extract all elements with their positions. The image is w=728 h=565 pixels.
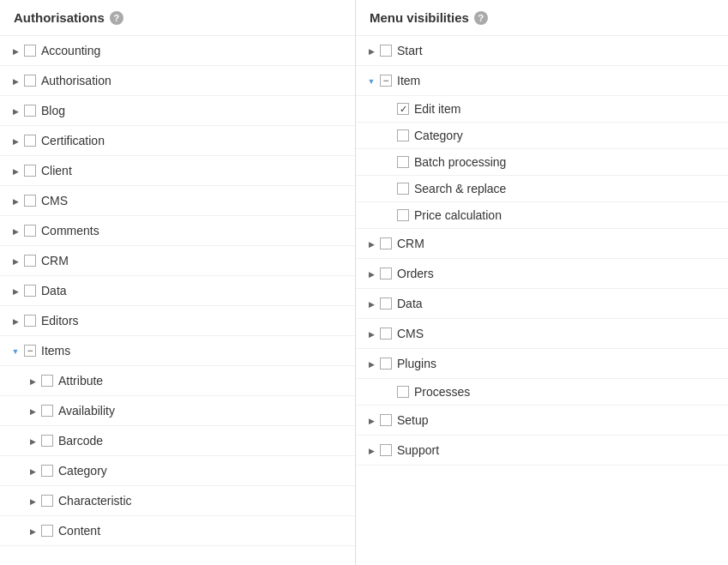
checkbox-content[interactable] [41,525,53,537]
checkbox-crm[interactable] [24,255,36,267]
checkbox-support[interactable] [380,444,392,456]
expand-btn-data-right[interactable] [363,295,380,312]
tree-item-category[interactable]: Category [0,456,355,486]
expand-btn-orders[interactable] [363,265,380,282]
item-label-search-replace: Search & replace [414,182,506,195]
checkbox-cms[interactable] [24,195,36,207]
tree-item-data[interactable]: Data [0,276,355,306]
expand-btn-plugins[interactable] [363,355,380,372]
tree-item-edit-item[interactable]: Edit item [356,96,728,123]
expand-btn-characteristic[interactable] [24,492,41,509]
tree-item-start[interactable]: Start [356,36,728,66]
checkbox-client[interactable] [24,165,36,177]
expand-btn-crm-right[interactable] [363,235,380,252]
checkbox-data-right[interactable] [380,298,392,310]
tree-item-crm[interactable]: CRM [0,246,355,276]
item-label-category: Category [58,464,107,478]
checkbox-search-replace[interactable] [397,183,409,195]
expand-btn-cms[interactable] [7,192,24,209]
tree-item-blog[interactable]: Blog [0,96,355,126]
checkbox-start[interactable] [380,45,392,57]
tree-item-cms-right[interactable]: CMS [356,319,728,349]
tree-item-data-right[interactable]: Data [356,289,728,319]
expand-btn-crm[interactable] [7,252,24,269]
menu-visibilities-content: Start−ItemEdit itemCategoryBatch process… [356,36,728,565]
expand-btn-attribute[interactable] [24,372,41,389]
tree-item-plugins[interactable]: Plugins [356,349,728,379]
tree-item-authorisation[interactable]: Authorisation [0,66,355,96]
expand-btn-certification[interactable] [7,132,24,149]
checkbox-comments[interactable] [24,225,36,237]
tree-item-editors[interactable]: Editors [0,306,355,336]
checkbox-plugins[interactable] [380,358,392,370]
authorisations-help-icon[interactable]: ? [110,11,123,25]
tree-item-client[interactable]: Client [0,156,355,186]
tree-item-certification[interactable]: Certification [0,126,355,156]
expand-btn-setup[interactable] [363,412,380,429]
tree-item-cms[interactable]: CMS [0,186,355,216]
item-label-barcode: Barcode [58,434,103,448]
expand-btn-comments[interactable] [7,222,24,239]
checkbox-crm-right[interactable] [380,237,392,249]
tree-item-category-right[interactable]: Category [356,123,728,149]
checkbox-category-right[interactable] [397,129,409,141]
checkbox-certification[interactable] [24,135,36,147]
checkbox-category[interactable] [41,465,53,477]
tree-item-characteristic[interactable]: Characteristic [0,486,355,516]
checkbox-authorisation[interactable] [24,75,36,87]
expand-btn-barcode[interactable] [24,432,41,449]
expand-btn-category[interactable] [24,462,41,479]
expand-btn-cms-right[interactable] [363,325,380,342]
checkbox-attribute[interactable] [41,375,53,387]
expand-btn-start[interactable] [363,42,380,59]
expand-btn-authorisation[interactable] [7,72,24,89]
checkbox-price-calculation[interactable] [397,209,409,221]
expand-btn-blog[interactable] [7,102,24,119]
expand-btn-editors[interactable] [7,312,24,329]
checkbox-barcode[interactable] [41,435,53,447]
tree-item-comments[interactable]: Comments [0,216,355,246]
item-label-data: Data [41,284,67,298]
checkbox-availability[interactable] [41,405,53,417]
checkbox-data[interactable] [24,285,36,297]
tree-item-search-replace[interactable]: Search & replace [356,176,728,202]
checkbox-cms-right[interactable] [380,328,392,340]
tree-item-item[interactable]: −Item [356,66,728,96]
checkbox-edit-item[interactable] [397,103,409,115]
checkbox-blog[interactable] [24,105,36,117]
tree-item-accounting[interactable]: Accounting [0,36,355,66]
expand-btn-items[interactable] [7,342,24,359]
minus-box-item[interactable]: − [380,75,392,87]
tree-item-orders[interactable]: Orders [356,259,728,289]
tree-item-content[interactable]: Content [0,516,355,546]
expand-btn-item[interactable] [363,72,380,89]
checkbox-accounting[interactable] [24,45,36,57]
tree-item-attribute[interactable]: Attribute [0,366,355,396]
checkbox-orders[interactable] [380,267,392,279]
expand-btn-support[interactable] [363,442,380,459]
item-label-authorisation: Authorisation [41,74,111,87]
tree-item-crm-right[interactable]: CRM [356,229,728,259]
item-label-attribute: Attribute [58,374,103,388]
tree-item-barcode[interactable]: Barcode [0,426,355,456]
menu-visibilities-help-icon[interactable]: ? [474,11,488,25]
checkbox-characteristic[interactable] [41,495,53,507]
tree-item-availability[interactable]: Availability [0,396,355,426]
checkbox-setup[interactable] [380,414,392,426]
expand-btn-accounting[interactable] [7,42,24,59]
item-label-crm: CRM [41,254,69,267]
checkbox-batch-processing[interactable] [397,156,409,168]
expand-btn-client[interactable] [7,162,24,179]
checkbox-processes[interactable] [397,386,409,398]
expand-btn-availability[interactable] [24,402,41,419]
minus-box-items[interactable]: − [24,345,36,357]
checkbox-editors[interactable] [24,315,36,327]
expand-btn-data[interactable] [7,282,24,299]
expand-btn-content[interactable] [24,522,41,539]
tree-item-processes[interactable]: Processes [356,379,728,406]
tree-item-support[interactable]: Support [356,436,728,466]
tree-item-items[interactable]: −Items [0,336,355,366]
tree-item-price-calculation[interactable]: Price calculation [356,202,728,229]
tree-item-batch-processing[interactable]: Batch processing [356,149,728,176]
tree-item-setup[interactable]: Setup [356,406,728,436]
